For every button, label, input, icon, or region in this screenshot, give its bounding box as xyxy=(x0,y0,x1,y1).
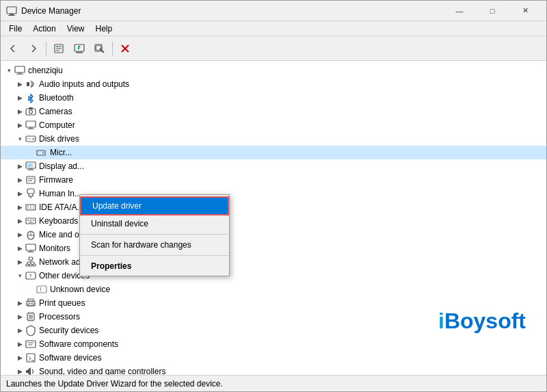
bluetooth-expand[interactable]: ▶ xyxy=(14,92,25,103)
svg-rect-18 xyxy=(27,82,29,86)
scan-button[interactable] xyxy=(90,39,109,58)
window-title: Device Manager xyxy=(21,6,444,16)
svg-rect-15 xyxy=(15,66,25,73)
svg-rect-74 xyxy=(29,315,33,319)
cameras-expand[interactable]: ▶ xyxy=(14,106,25,117)
menu-view[interactable]: View xyxy=(62,23,90,35)
tree-printqueues[interactable]: ▶ Print queues xyxy=(1,296,546,310)
svg-rect-72 xyxy=(28,304,34,306)
title-bar: Device Manager — □ ✕ xyxy=(1,1,546,21)
audio-label: Audio inputs and outputs xyxy=(39,79,129,89)
securitydevices-expand[interactable]: ▶ xyxy=(14,325,25,336)
sound-icon xyxy=(25,366,36,375)
firmware-expand[interactable]: ▶ xyxy=(14,174,25,185)
sound-expand[interactable]: ▶ xyxy=(14,366,25,375)
back-button[interactable] xyxy=(3,39,23,58)
maximize-button[interactable]: □ xyxy=(477,1,508,21)
tree-securitydevices[interactable]: ▶ Security devices xyxy=(1,324,546,337)
menu-file[interactable]: File xyxy=(3,23,27,35)
update-driver-button[interactable] xyxy=(70,39,89,58)
tree-softwarecomponents[interactable]: ▶ Software components xyxy=(1,337,546,351)
svg-rect-57 xyxy=(29,257,33,260)
tree-cameras[interactable]: ▶ Cameras xyxy=(1,105,546,118)
context-menu-scan-hardware[interactable]: Scan for hardware changes xyxy=(80,237,229,253)
computer-icon xyxy=(14,65,25,76)
camera-icon xyxy=(25,106,36,117)
displayad-expand[interactable]: ▶ xyxy=(14,161,25,172)
tree-computer[interactable]: ▶ Computer xyxy=(1,118,546,132)
tree-unknowndevice[interactable]: ! Unknown device xyxy=(1,283,546,296)
computer-label: Computer xyxy=(39,120,75,130)
svg-point-20 xyxy=(29,110,33,114)
svg-text:!: ! xyxy=(40,286,42,293)
menu-help[interactable]: Help xyxy=(90,23,118,35)
computer-expand[interactable]: ▶ xyxy=(14,120,25,131)
micro-icon xyxy=(36,147,47,158)
root-expand[interactable]: ▾ xyxy=(3,65,14,76)
softwarecomponents-icon xyxy=(25,339,36,350)
svg-point-7 xyxy=(56,46,57,47)
svg-rect-59 xyxy=(29,264,32,266)
properties-button[interactable] xyxy=(49,39,68,58)
tree-sound[interactable]: ▶ Sound, video and game controllers xyxy=(1,365,546,375)
context-menu-uninstall-device[interactable]: Uninstall device xyxy=(80,215,229,232)
securitydevices-label: Security devices xyxy=(39,326,98,335)
tree-processors[interactable]: ▶ Processors xyxy=(1,310,546,324)
ideata-expand[interactable]: ▶ xyxy=(14,202,25,213)
otherdevices-expand[interactable]: ▾ xyxy=(14,270,25,281)
update-driver-label: Update driver xyxy=(92,201,142,211)
tree-bluetooth[interactable]: ▶ Bluetooth xyxy=(1,91,546,105)
properties-label: Properties xyxy=(91,261,131,271)
tree-audio[interactable]: ▶ Audio inputs and outputs xyxy=(1,77,546,91)
humanin-label: Human In... xyxy=(39,189,81,198)
svg-rect-24 xyxy=(27,129,34,129)
tree-micro[interactable]: Micr... xyxy=(1,146,546,159)
svg-rect-34 xyxy=(27,177,35,183)
bluetooth-icon xyxy=(25,92,36,103)
keyboards-expand[interactable]: ▶ xyxy=(14,215,25,226)
audio-expand[interactable]: ▶ xyxy=(14,79,25,90)
printqueues-label: Print queues xyxy=(39,298,85,308)
softwaredevices-expand[interactable]: ▶ xyxy=(14,352,25,363)
tree-root[interactable]: ▾ chenziqiu xyxy=(1,64,546,77)
processors-expand[interactable]: ▶ xyxy=(14,311,25,322)
softwarecomponents-expand[interactable]: ▶ xyxy=(14,339,25,350)
displayad-label: Display ad... xyxy=(39,161,84,171)
toolbar xyxy=(1,36,546,61)
monitors-expand[interactable]: ▶ xyxy=(14,243,25,254)
forward-button[interactable] xyxy=(24,39,43,58)
svg-rect-33 xyxy=(27,164,33,167)
delete-button[interactable] xyxy=(116,39,135,58)
ideata-icon xyxy=(25,202,36,213)
minimize-button[interactable]: — xyxy=(444,1,475,21)
network-expand[interactable]: ▶ xyxy=(14,257,25,267)
keyboards-label: Keyboards xyxy=(39,216,78,226)
close-button[interactable]: ✕ xyxy=(509,1,541,21)
diskdrives-expand[interactable]: ▾ xyxy=(14,133,25,144)
tree-displayad[interactable]: ▶ Display ad... xyxy=(1,159,546,173)
root-label: chenziqiu xyxy=(28,66,63,75)
printqueues-expand[interactable]: ▶ xyxy=(14,298,25,309)
softwaredevices-label: Software devices xyxy=(39,353,101,363)
firmware-label: Firmware xyxy=(39,175,73,185)
tree-diskdrives[interactable]: ▾ Disk drives xyxy=(1,132,546,146)
bluetooth-label: Bluetooth xyxy=(39,93,74,103)
tree-softwaredevices[interactable]: ▶ Software devices xyxy=(1,351,546,365)
svg-rect-32 xyxy=(27,170,34,170)
tree-firmware[interactable]: ▶ Firmware xyxy=(1,173,546,187)
svg-rect-0 xyxy=(7,7,16,14)
svg-rect-23 xyxy=(29,127,33,129)
svg-rect-16 xyxy=(18,73,22,74)
svg-rect-47 xyxy=(27,220,29,221)
svg-rect-60 xyxy=(33,264,36,266)
context-menu-properties[interactable]: Properties xyxy=(80,258,229,274)
ideata-label: IDE ATA/A... xyxy=(39,202,84,212)
menu-action[interactable]: Action xyxy=(27,23,61,35)
humanin-expand[interactable]: ▶ xyxy=(14,188,25,199)
processors-label: Processors xyxy=(39,312,80,322)
svg-rect-68 xyxy=(37,286,46,293)
mice-expand[interactable]: ▶ xyxy=(14,229,25,240)
context-menu-update-driver[interactable]: Update driver xyxy=(80,196,229,215)
mice-icon xyxy=(25,229,36,240)
svg-rect-22 xyxy=(26,121,36,127)
